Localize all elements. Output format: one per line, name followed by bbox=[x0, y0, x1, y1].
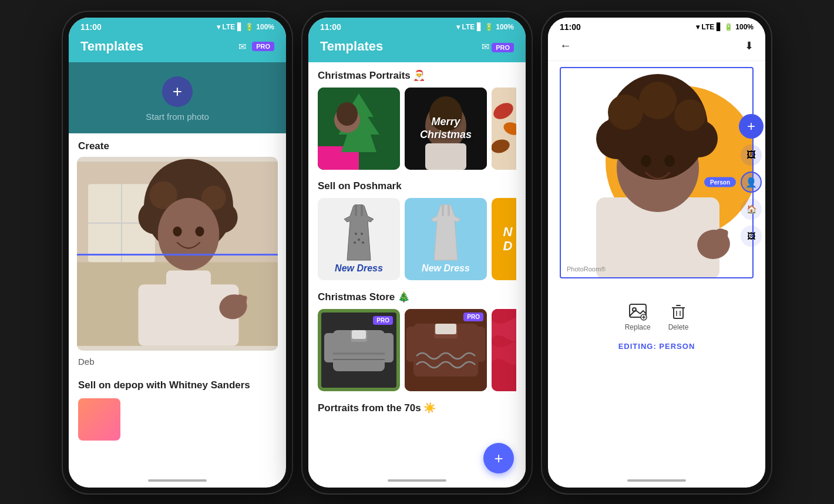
small-card-1[interactable] bbox=[78, 398, 120, 441]
add-tool-button[interactable]: + bbox=[739, 114, 764, 139]
svg-point-63 bbox=[641, 155, 651, 167]
delete-icon bbox=[669, 302, 688, 321]
poshmark-title: Sell on Poshmark bbox=[318, 180, 516, 192]
replace-icon bbox=[628, 302, 647, 321]
home-indicator-1 bbox=[148, 479, 207, 482]
phone-3: 11:00 ▾ LTE ▋ 🔋 100% ← ⬇ bbox=[542, 12, 771, 493]
mail-icon-2[interactable]: ✉ bbox=[482, 42, 489, 52]
phone-2-wrapper: 11:00 ▾ LTE ▋ 🔋 100% Templates ✉ PRO Chr… bbox=[302, 12, 532, 493]
svg-point-60 bbox=[608, 95, 643, 130]
svg-rect-31 bbox=[355, 204, 357, 216]
pro-badge-1[interactable]: PRO bbox=[252, 42, 274, 51]
download-button[interactable]: ⬇ bbox=[745, 39, 754, 52]
phone-1-wrapper: 11:00 ▾ LTE ▋ 🔋 100% Templates ✉ PRO + S… bbox=[63, 12, 292, 493]
svg-rect-42 bbox=[352, 330, 366, 339]
christmas-portraits-grid: MerryChristmas bbox=[318, 88, 516, 170]
svg-point-35 bbox=[358, 238, 360, 241]
app-title-1: Templates bbox=[80, 39, 143, 54]
replace-tool[interactable]: Replace bbox=[625, 302, 651, 331]
signal-bars-icon: ▋ bbox=[237, 23, 243, 31]
pro-badge-2[interactable]: PRO bbox=[492, 43, 514, 52]
mail-icon[interactable]: ✉ bbox=[238, 41, 246, 52]
start-photo-label: Start from photo bbox=[146, 112, 209, 122]
scan-line bbox=[77, 254, 278, 256]
app-title-2: Templates bbox=[320, 39, 383, 54]
app-header-3: ← ⬇ bbox=[548, 34, 765, 61]
svg-point-34 bbox=[361, 233, 363, 235]
svg-point-14 bbox=[195, 226, 204, 236]
home-indicator-2 bbox=[388, 479, 446, 482]
poshmark-card-1[interactable]: New Dress bbox=[318, 198, 400, 280]
christmas-card-3[interactable] bbox=[492, 88, 516, 170]
battery-icon-3: 🔋 bbox=[724, 23, 733, 31]
svg-point-13 bbox=[173, 226, 181, 236]
dress-svg-1 bbox=[338, 204, 379, 263]
poshmark-card-2[interactable]: New Dress bbox=[405, 198, 487, 280]
svg-point-10 bbox=[158, 198, 220, 271]
tool-button-2-container: Person 👤 bbox=[741, 172, 762, 193]
dress-svg-2 bbox=[425, 204, 466, 263]
tool-button-3[interactable]: 🏠 bbox=[741, 199, 762, 220]
store-card-2[interactable]: PRO bbox=[405, 309, 487, 391]
person-label-badge: Person bbox=[704, 177, 736, 187]
back-button[interactable]: ← bbox=[560, 39, 571, 52]
wifi-icon-3: ▾ bbox=[696, 23, 700, 31]
wifi-icon-2: ▾ bbox=[456, 23, 460, 31]
store-svg-2 bbox=[405, 309, 487, 391]
editor-person-svg bbox=[561, 68, 754, 278]
lte-text-3: LTE bbox=[702, 23, 715, 31]
battery-icon: 🔋 bbox=[245, 23, 254, 31]
app-header-1: Templates ✉ PRO bbox=[69, 34, 286, 62]
svg-rect-73 bbox=[674, 308, 683, 318]
status-bar-2: 11:00 ▾ LTE ▋ 🔋 100% bbox=[308, 18, 526, 34]
svg-rect-43 bbox=[324, 333, 336, 362]
svg-rect-12 bbox=[166, 271, 211, 293]
header-icons-2: ✉ PRO bbox=[482, 41, 514, 52]
status-icons-3: ▾ LTE ▋ 🔋 100% bbox=[696, 23, 754, 31]
poshmark-card-3[interactable]: ND bbox=[492, 198, 516, 280]
phone2-content: Christmas Portraits 🎅 bbox=[308, 62, 526, 479]
christmas-portraits-section: Christmas Portraits 🎅 bbox=[308, 62, 526, 173]
svg-rect-50 bbox=[435, 324, 456, 334]
phone3-content: PhotoRoom® + 🖼 Person 👤 🏠 🖼 bbox=[548, 61, 765, 359]
photoroom-label: PhotoRoom® bbox=[567, 266, 606, 273]
editing-canvas[interactable]: PhotoRoom® bbox=[560, 67, 754, 278]
side-tools: + 🖼 Person 👤 🏠 🖼 bbox=[739, 114, 764, 247]
sell-section-label: Sell on depop with Whitney Sanders bbox=[69, 372, 286, 396]
tool-button-4[interactable]: 🖼 bbox=[741, 226, 762, 247]
fab-button[interactable]: + bbox=[483, 443, 514, 473]
add-photo-button[interactable]: + bbox=[162, 76, 193, 107]
christmas-svg-1 bbox=[318, 88, 400, 170]
delete-tool[interactable]: Delete bbox=[668, 302, 689, 331]
svg-point-36 bbox=[354, 241, 356, 244]
person-tool-button[interactable]: 👤 bbox=[741, 172, 762, 193]
phone1-content: Create bbox=[69, 133, 286, 445]
christmas-portraits-title: Christmas Portraits 🎅 bbox=[318, 69, 516, 82]
app-header-2: Templates ✉ PRO bbox=[308, 34, 526, 62]
new-dress-label-1: New Dress bbox=[335, 263, 383, 274]
editing-label: EDITING: PERSON bbox=[618, 337, 695, 353]
image-preview[interactable] bbox=[77, 157, 278, 351]
christmas-store-title: Christmas Store 🎄 bbox=[318, 291, 516, 303]
lte-text-2: LTE bbox=[462, 23, 475, 31]
christmas-store-section: Christmas Store 🎄 PRO bbox=[308, 284, 526, 395]
phone-1: 11:00 ▾ LTE ▋ 🔋 100% Templates ✉ PRO + S… bbox=[63, 12, 292, 493]
status-bar-1: 11:00 ▾ LTE ▋ 🔋 100% bbox=[69, 18, 286, 34]
time-2: 11:00 bbox=[320, 22, 341, 32]
delete-label: Delete bbox=[668, 323, 689, 331]
svg-rect-44 bbox=[382, 333, 394, 362]
status-icons-2: ▾ LTE ▋ 🔋 100% bbox=[456, 23, 514, 31]
pro-badge-store-2: PRO bbox=[463, 313, 483, 321]
christmas-card-1[interactable] bbox=[318, 88, 400, 170]
status-bar-3: 11:00 ▾ LTE ▋ 🔋 100% bbox=[548, 18, 765, 34]
store-card-3[interactable] bbox=[492, 309, 516, 391]
store-card-1[interactable]: PRO bbox=[318, 309, 400, 391]
merry-christmas-text: MerryChristmas bbox=[420, 116, 472, 141]
create-label: Create bbox=[69, 133, 286, 157]
tool-button-1[interactable]: 🖼 bbox=[741, 145, 762, 166]
start-photo-area[interactable]: + Start from photo bbox=[69, 62, 286, 133]
svg-point-33 bbox=[355, 233, 357, 235]
battery-pct-2: 100% bbox=[496, 23, 514, 31]
christmas-card-2[interactable]: MerryChristmas bbox=[405, 88, 487, 170]
home-indicator-3 bbox=[627, 479, 686, 482]
